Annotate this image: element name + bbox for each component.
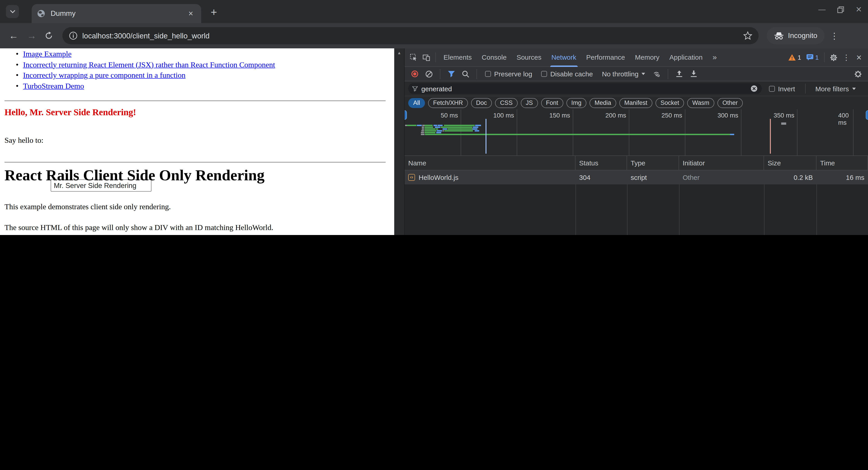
filter-chip-doc[interactable]: Doc	[471, 98, 492, 108]
page-link-item: Image Example	[23, 50, 71, 59]
column-header-status[interactable]: Status	[576, 156, 627, 170]
clear-network-log-icon[interactable]	[423, 68, 435, 80]
waterfall-bar	[443, 128, 447, 130]
filter-icon[interactable]	[445, 68, 458, 80]
device-toolbar-icon[interactable]	[420, 51, 433, 64]
import-har-icon[interactable]	[673, 68, 686, 80]
more-filters-button[interactable]: More filters	[815, 85, 856, 92]
filter-chip-wasm[interactable]: Wasm	[687, 98, 714, 108]
filter-chip-fetchxhr[interactable]: Fetch/XHR	[428, 98, 468, 108]
filter-chip-font[interactable]: Font	[541, 98, 563, 108]
preserve-log-toggle[interactable]: Preserve log	[485, 70, 532, 78]
filter-chip-img[interactable]: Img	[566, 98, 586, 108]
network-conditions-icon[interactable]	[651, 68, 663, 80]
page-link[interactable]: TurboStream Demo	[23, 82, 84, 90]
waterfall-bar	[421, 130, 424, 131]
clear-filter-icon[interactable]	[750, 85, 758, 92]
window-controls: — ×	[818, 4, 862, 15]
devtools-close-icon[interactable]: ×	[852, 51, 865, 64]
site-info-icon[interactable]	[69, 31, 78, 40]
scroll-up-icon[interactable]: ▲	[394, 51, 404, 55]
filter-chip-other[interactable]: Other	[717, 98, 743, 108]
tab-title: Dummy	[51, 9, 186, 18]
filter-text[interactable]: generated	[421, 85, 747, 92]
export-har-icon[interactable]	[687, 68, 700, 80]
request-table-header: NameStatusTypeInitiatorSizeTime	[405, 156, 868, 170]
filter-chip-js[interactable]: JS	[521, 98, 538, 108]
overview-right-handle[interactable]	[866, 110, 868, 120]
preserve-log-checkbox[interactable]	[485, 71, 491, 77]
divider	[824, 53, 825, 62]
vertical-scrollbar[interactable]: ▲ ▼	[394, 49, 404, 235]
cell-name[interactable]: ‹›HelloWorld.js	[405, 170, 576, 184]
url-text[interactable]: localhost:3000/client_side_hello_world	[82, 31, 743, 40]
column-header-time[interactable]: Time	[816, 156, 868, 170]
cell-status[interactable]: 304	[576, 170, 627, 184]
chevron-down-icon	[642, 73, 645, 75]
column-header-type[interactable]: Type	[627, 156, 679, 170]
paragraph: The source HTML of this page will only s…	[4, 223, 273, 232]
divider	[435, 53, 436, 62]
tab-sources[interactable]: Sources	[512, 48, 546, 67]
timeline-gridline	[461, 109, 461, 155]
tab-console[interactable]: Console	[477, 48, 512, 67]
tab-search-button[interactable]	[6, 5, 19, 18]
issues-badge[interactable]: 1	[789, 54, 801, 61]
window-close-button[interactable]: ×	[856, 4, 862, 15]
filter-input[interactable]: generated	[408, 83, 762, 94]
reload-icon	[45, 32, 53, 40]
cell-type[interactable]: script	[627, 170, 679, 184]
tab-memory[interactable]: Memory	[630, 48, 664, 67]
tab-elements[interactable]: Elements	[438, 48, 477, 67]
more-tabs-button[interactable]: »	[708, 48, 722, 67]
waterfall-bar	[447, 128, 472, 130]
window-restore-button[interactable]	[837, 6, 844, 13]
column-header-size[interactable]: Size	[764, 156, 816, 170]
devtools-menu-icon[interactable]: ⋮	[840, 51, 852, 64]
filter-chip-all[interactable]: All	[408, 98, 425, 108]
column-header-name[interactable]: Name	[405, 156, 576, 170]
network-settings-icon[interactable]	[852, 68, 864, 80]
browser-menu-button[interactable]: ⋮	[830, 31, 839, 41]
filter-chip-media[interactable]: Media	[590, 98, 616, 108]
cell-initiator[interactable]: Other	[679, 170, 764, 184]
new-tab-button[interactable]: +	[207, 5, 221, 19]
cell-time[interactable]: 16 ms	[816, 170, 868, 184]
filter-chip-socket[interactable]: Socket	[655, 98, 684, 108]
network-overview-timeline[interactable]: 50 ms100 ms150 ms200 ms250 ms300 ms350 m…	[405, 109, 868, 156]
devtools-settings-icon[interactable]	[827, 51, 840, 64]
browser-tab[interactable]: Dummy ×	[32, 4, 201, 23]
console-messages-badge[interactable]: 1	[807, 54, 819, 61]
page-link[interactable]: Image Example	[23, 50, 71, 58]
request-table-row[interactable]: ‹›HelloWorld.js304scriptOther0.2 kB16 ms	[405, 170, 868, 184]
disable-cache-checkbox[interactable]	[541, 71, 547, 77]
filter-icon	[412, 86, 418, 91]
cell-size[interactable]: 0.2 kB	[764, 170, 816, 184]
back-button[interactable]: ←	[6, 28, 21, 43]
page-link[interactable]: Incorrectly returning React Element (JSX…	[23, 60, 275, 69]
search-icon[interactable]	[459, 68, 472, 80]
waterfall-bar	[475, 125, 481, 126]
invert-checkbox[interactable]	[769, 86, 775, 92]
column-header-initiator[interactable]: Initiator	[679, 156, 764, 170]
overview-left-handle[interactable]	[405, 110, 407, 120]
reload-button[interactable]	[42, 28, 57, 43]
throttling-select[interactable]: No throttling	[602, 70, 645, 78]
disable-cache-toggle[interactable]: Disable cache	[541, 70, 593, 78]
filter-chip-css[interactable]: CSS	[495, 98, 518, 108]
forward-button[interactable]: →	[24, 28, 39, 43]
inspect-element-icon[interactable]	[407, 51, 420, 64]
page-link[interactable]: Incorrectly wrapping a pure component in…	[23, 71, 185, 80]
tab-network[interactable]: Network	[546, 48, 581, 67]
invert-toggle[interactable]: Invert	[769, 85, 795, 92]
hello-heading: Hello, Mr. Server Side Rendering!	[4, 107, 136, 118]
filter-chip-manifest[interactable]: Manifest	[619, 98, 652, 108]
column-divider	[576, 184, 576, 235]
tab-application[interactable]: Application	[664, 48, 708, 67]
url-bar[interactable]: localhost:3000/client_side_hello_world	[62, 27, 758, 44]
tab-close-icon[interactable]: ×	[186, 8, 196, 19]
bookmark-star-icon[interactable]	[743, 31, 752, 40]
window-minimize-button[interactable]: —	[818, 5, 826, 13]
record-network-log-icon[interactable]	[408, 68, 421, 80]
tab-performance[interactable]: Performance	[581, 48, 630, 67]
